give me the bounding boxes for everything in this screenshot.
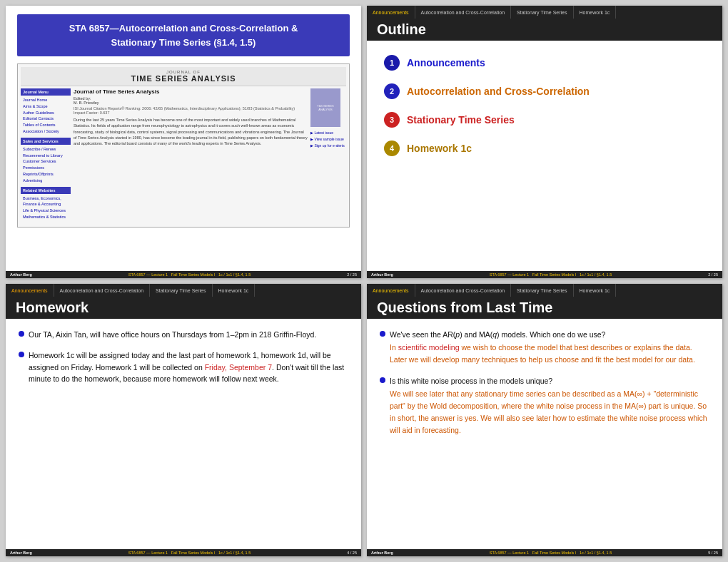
question-answer-1: In scientific modeling we wish to choose…: [390, 342, 709, 366]
journal-header: JOURNAL OF TIME SERIES ANALYSIS: [21, 67, 346, 86]
outline-label-4: Homework 1c: [407, 143, 472, 154]
related-section-title: Related Websites: [21, 187, 71, 194]
related-item: Business, Economics, Finance & Accountin…: [23, 195, 71, 208]
nav-homework[interactable]: Homework 1c: [213, 284, 256, 297]
menu-item: Journal Home: [23, 97, 71, 103]
journal-body-text: During the last 25 years Time Series Ana…: [74, 117, 308, 146]
slide-3: Announcements Autocorrelation and Cross-…: [6, 284, 361, 556]
footer-page: 2 / 25: [347, 272, 357, 277]
slide2-nav: Announcements Autocorrelation and Cross-…: [367, 6, 722, 19]
nav-announcements[interactable]: Announcements: [367, 6, 415, 19]
outline-item-3: 3 Stationary Time Series: [384, 112, 705, 128]
services-section-title: Sales and Services: [21, 138, 71, 145]
outline-num-2: 2: [384, 83, 400, 99]
menu-item: Aims & Scope: [23, 103, 71, 110]
outline-list: 1 Announcements 2 Autocorrelation and Cr…: [367, 41, 722, 170]
nav-announcements[interactable]: Announcements: [6, 284, 54, 297]
nav-stationary[interactable]: Stationary Time Series: [150, 284, 212, 297]
footer-author: Arthur Berg: [371, 551, 393, 555]
service-item: Advertising: [23, 178, 71, 184]
menu-section-title: Journal Menu: [21, 88, 71, 96]
slide1-journal: JOURNAL OF TIME SERIES ANALYSIS Journal …: [17, 63, 350, 228]
footer-page: 4 / 25: [347, 551, 357, 555]
outline-num-1: 1: [384, 55, 400, 71]
question-item-1: We've seen the AR(p) and MA(q) models. W…: [380, 329, 709, 365]
footer-course: STA 6857 — Lecture 1 Fall Time Series Mo…: [128, 272, 251, 277]
menu-item: Author Guidelines: [23, 110, 71, 116]
nav-homework[interactable]: Homework 1c: [574, 6, 617, 19]
slide-4: Announcements Autocorrelation and Cross-…: [367, 284, 722, 556]
bullet-text-2: Homework 1c will be assigned today and t…: [29, 349, 348, 385]
homework-content: Our TA, Aixin Tan, will have office hour…: [6, 319, 361, 404]
footer-author: Arthur Berg: [10, 551, 32, 555]
journal-right-panel: T&S SERIES ANALYSIS ▶ Latest issue▶ View…: [310, 88, 346, 223]
footer-course: STA 6857 — Lecture 1 Fall Time Series Mo…: [490, 551, 612, 555]
inline-scientific: scientific modeling: [398, 343, 460, 352]
menu-item: Editorial Contacts: [23, 116, 71, 122]
slide4-heading: Questions from Last Time: [367, 297, 722, 319]
q-bullet-1: [380, 331, 385, 337]
journal-sidebar: Journal Menu Journal Home Aims & Scope A…: [21, 88, 71, 223]
question-block-1: We've seen the AR(p) and MA(q) models. W…: [390, 329, 709, 365]
slide1-footer: Arthur Berg STA 6857 — Lecture 1 Fall Ti…: [6, 271, 361, 278]
slide4-footer: Arthur Berg STA 6857 — Lecture 1 Fall Ti…: [367, 549, 722, 556]
nav-stationary[interactable]: Stationary Time Series: [511, 6, 573, 19]
journal-name: Journal of Time Series Analysis: [74, 88, 308, 95]
related-item: Mathematics & Statistics: [23, 214, 71, 220]
outline-label-2: Autocorrelation and Cross-Correlation: [407, 86, 590, 97]
journal-editor: Edited by:M. B. Priestley: [74, 96, 308, 105]
journal-links: ▶ Latest issue▶ View sample issue▶ Sign …: [310, 130, 346, 149]
inline-highlight-date: Friday, September 7: [205, 363, 272, 372]
service-item: Reprints/Offprints: [23, 171, 71, 178]
slide-2: Announcements Autocorrelation and Cross-…: [367, 6, 722, 278]
menu-list: Journal Home Aims & Scope Author Guideli…: [21, 97, 71, 135]
slide3-nav: Announcements Autocorrelation and Cross-…: [6, 284, 361, 297]
outline-item-1: 1 Announcements: [384, 55, 705, 71]
journal-main-title: TIME SERIES ANALYSIS: [22, 74, 345, 83]
question-text-2: Is this white noise process in the model…: [390, 375, 709, 387]
nav-autocorrelation[interactable]: Autocorrelation and Cross-Correlation: [415, 6, 512, 19]
slide1-title: STA 6857—Autocorrelation and Cross-Corre…: [17, 14, 350, 56]
bullet-dot-2: [19, 352, 24, 357]
question-block-2: Is this white noise process in the model…: [390, 375, 709, 436]
slide2-footer: Arthur Berg STA 6857 — Lecture 1 Fall Ti…: [367, 271, 722, 278]
nav-homework[interactable]: Homework 1c: [574, 284, 617, 297]
service-item: Subscribe / Renew: [23, 146, 71, 153]
outline-item-2: 2 Autocorrelation and Cross-Correlation: [384, 83, 705, 99]
footer-course: STA 6857 — Lecture 1 Fall Time Series Mo…: [128, 551, 251, 555]
bullet-dot-1: [19, 331, 24, 337]
footer-course: STA 6857 — Lecture 1 Fall Time Series Mo…: [490, 272, 612, 277]
service-item: Permissions: [23, 165, 71, 171]
footer-author: Arthur Berg: [371, 272, 393, 277]
menu-item: Association / Society: [23, 128, 71, 135]
outline-label-3: Stationary Time Series: [407, 114, 515, 126]
nav-stationary[interactable]: Stationary Time Series: [511, 284, 573, 297]
nav-announcements[interactable]: Announcements: [367, 284, 415, 297]
questions-content: We've seen the AR(p) and MA(q) models. W…: [367, 319, 722, 454]
slide4-nav: Announcements Autocorrelation and Cross-…: [367, 284, 722, 297]
outline-num-3: 3: [384, 112, 400, 128]
bullet-text-1: Our TA, Aixin Tan, will have office hour…: [29, 329, 316, 341]
footer-author: Arthur Berg: [10, 272, 32, 277]
footer-page: 2 / 25: [708, 272, 718, 277]
menu-item: Tables of Contents: [23, 122, 71, 128]
nav-autocorrelation[interactable]: Autocorrelation and Cross-Correlation: [415, 284, 512, 297]
outline-num-4: 4: [384, 140, 400, 156]
slide3-heading: Homework: [6, 297, 361, 319]
service-item: Customer Services: [23, 158, 71, 165]
slide3-footer: Arthur Berg STA 6857 — Lecture 1 Fall Ti…: [6, 549, 361, 556]
related-list: Business, Economics, Finance & Accountin…: [21, 195, 71, 220]
footer-page: 5 / 25: [708, 551, 718, 555]
q-bullet-2: [380, 377, 385, 383]
related-item: Life & Physical Sciences: [23, 208, 71, 214]
journal-main-content: Journal of Time Series Analysis Edited b…: [74, 88, 308, 223]
services-list: Subscribe / Renew Recommend to Library C…: [21, 146, 71, 184]
bullet-item-1: Our TA, Aixin Tan, will have office hour…: [19, 329, 348, 341]
nav-autocorrelation[interactable]: Autocorrelation and Cross-Correlation: [54, 284, 151, 297]
journal-cover-image: T&S SERIES ANALYSIS: [310, 88, 340, 127]
bullet-item-2: Homework 1c will be assigned today and t…: [19, 349, 348, 385]
outline-item-4: 4 Homework 1c: [384, 140, 705, 156]
outline-label-1: Announcements: [407, 57, 485, 68]
question-item-2: Is this white noise process in the model…: [380, 375, 709, 436]
question-answer-2: We will see later that any stationary ti…: [390, 388, 709, 436]
